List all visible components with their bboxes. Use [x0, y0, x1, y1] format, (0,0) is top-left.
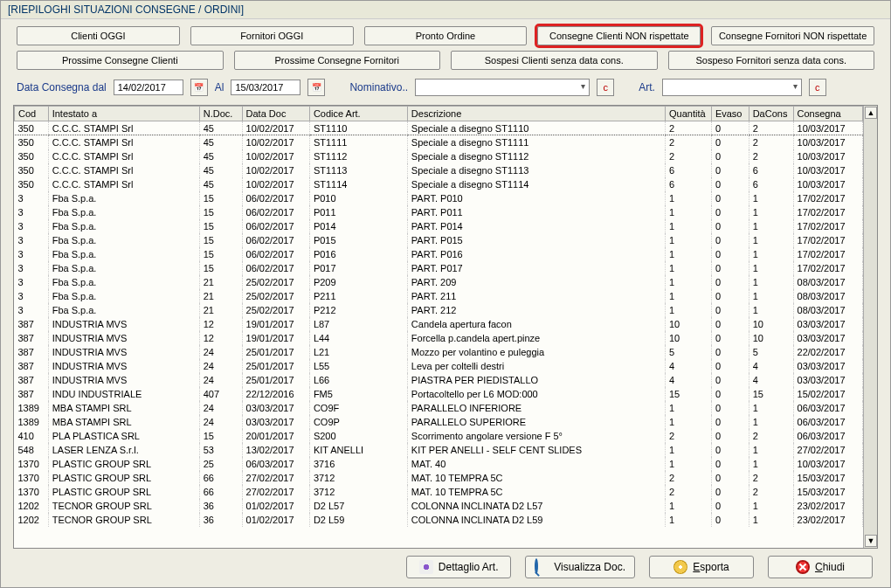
table-row[interactable]: 387INDUSTRIA MVS1219/01/2017L44Forcella … [15, 331, 863, 345]
cell-name: Fba S.p.a. [48, 205, 199, 219]
cell-name: C.C.C. STAMPI Srl [48, 149, 199, 163]
cell-name: C.C.C. STAMPI Srl [48, 135, 199, 149]
cell-name: Fba S.p.a. [48, 247, 199, 261]
table-row[interactable]: 1389MBA STAMPI SRL2403/03/2017CO9PPARALL… [15, 415, 863, 429]
cell-cart: CO9P [309, 415, 407, 429]
col-evaso[interactable]: Evaso [711, 107, 749, 121]
col-dacons[interactable]: DaCons [749, 107, 793, 121]
col-quantita[interactable]: Quantità [665, 107, 711, 121]
cell-qta: 2 [665, 149, 711, 163]
col-codart[interactable]: Codice Art. [309, 107, 407, 121]
tab-sospesi-clienti[interactable]: Sospesi Clienti senza data cons. [451, 51, 658, 70]
table-row[interactable]: 350C.C.C. STAMPI Srl4510/02/2017ST1112Sp… [15, 149, 863, 163]
col-datadoc[interactable]: Data Doc [242, 107, 309, 121]
table-row[interactable]: 1370PLASTIC GROUP SRL6627/02/20173712MAT… [15, 471, 863, 485]
cell-dc: 6 [749, 177, 793, 191]
chiudi-button[interactable]: ChiudiChiudi [768, 556, 873, 578]
cell-desc: MAT. 40 [407, 457, 665, 471]
cell-cons: 10/03/2017 [793, 121, 862, 135]
col-intestato[interactable]: Intestato a [48, 107, 199, 121]
table-row[interactable]: 1370PLASTIC GROUP SRL2506/03/20173716MAT… [15, 457, 863, 471]
cell-cons: 17/02/2017 [793, 219, 862, 233]
table-row[interactable]: 3Fba S.p.a.1506/02/2017P016PART. P016101… [15, 247, 863, 261]
table-row[interactable]: 3Fba S.p.a.1506/02/2017P015PART. P015101… [15, 233, 863, 247]
col-descr[interactable]: Descrizione [407, 107, 665, 121]
tab-consegne-fornitori-non[interactable]: Consegne Fornitori NON rispettate [711, 26, 874, 45]
table-row[interactable]: 350C.C.C. STAMPI Srl4510/02/2017ST1114Sp… [15, 177, 863, 191]
dettaglio-art-button[interactable]: Dettaglio Art. [406, 556, 511, 578]
tab-fornitori-oggi[interactable]: Fornitori OGGI [190, 26, 354, 45]
table-row[interactable]: 1202TECNOR GROUP SRL3601/02/2017D2 L57CO… [15, 499, 863, 513]
label-art: Art. [639, 81, 655, 93]
tab-sospeso-fornitori[interactable]: Sospeso Fornitori senza data cons. [668, 51, 875, 70]
table-row[interactable]: 387INDUSTRIA MVS1219/01/2017L87Candela a… [15, 317, 863, 331]
chiudi-label: ChiudiChiudi [815, 561, 845, 573]
cell-cons: 08/03/2017 [793, 289, 862, 303]
vertical-scrollbar[interactable]: ▲ ▼ [863, 106, 877, 548]
date-to-input[interactable] [231, 80, 300, 95]
table-row[interactable]: 350C.C.C. STAMPI Srl4510/02/2017ST1110Sp… [15, 121, 863, 135]
table-row[interactable]: 1370PLASTIC GROUP SRL6627/02/20173712MAT… [15, 485, 863, 499]
cell-ev: 0 [711, 415, 749, 429]
cell-ev: 0 [711, 471, 749, 485]
table-row[interactable]: 3Fba S.p.a.1506/02/2017P014PART. P014101… [15, 219, 863, 233]
table-row[interactable]: 410PLA PLASTICA SRL1520/01/2017S200Scorr… [15, 429, 863, 443]
table-row[interactable]: 3Fba S.p.a.2125/02/2017P211PART. 2111010… [15, 289, 863, 303]
cell-ddoc: 19/01/2017 [242, 317, 309, 331]
tab-pronto-ordine[interactable]: Pronto Ordine [364, 26, 528, 45]
cell-name: PLASTIC GROUP SRL [48, 457, 199, 471]
cell-ndoc: 24 [199, 373, 242, 387]
calendar-from-button[interactable]: 📅 [190, 79, 208, 96]
esporta-button[interactable]: EEsportasporta [649, 556, 754, 578]
table-row[interactable]: 350C.C.C. STAMPI Srl4510/02/2017ST1111Sp… [15, 135, 863, 149]
table-row[interactable]: 548LASER LENZA S.r.l.5313/02/2017KIT ANE… [15, 443, 863, 457]
table-row[interactable]: 387INDUSTRIA MVS2425/01/2017L55Leva per … [15, 359, 863, 373]
cell-cons: 17/02/2017 [793, 247, 862, 261]
col-consegna[interactable]: Consegna [793, 107, 862, 121]
cell-cart: P212 [309, 303, 407, 317]
table-row[interactable]: 3Fba S.p.a.2125/02/2017P212PART. 2121010… [15, 303, 863, 317]
art-combo[interactable] [662, 79, 802, 96]
scroll-down-icon[interactable]: ▼ [865, 535, 877, 547]
cell-cod: 548 [15, 443, 49, 457]
tab-prossime-clienti[interactable]: Prossime Consegne Clienti [17, 51, 224, 70]
table-row[interactable]: 3Fba S.p.a.2125/02/2017P209PART. 2091010… [15, 275, 863, 289]
table-row[interactable]: 350C.C.C. STAMPI Srl4510/02/2017ST1113Sp… [15, 163, 863, 177]
cell-ev: 0 [711, 247, 749, 261]
cell-cons: 03/03/2017 [793, 359, 862, 373]
cell-name: MBA STAMPI SRL [48, 401, 199, 415]
tab-consegne-clienti-non[interactable]: Consegne Clienti NON rispettate [537, 26, 701, 45]
table-row[interactable]: 1389MBA STAMPI SRL2403/03/2017CO9FPARALL… [15, 401, 863, 415]
tab-prossime-fornitori[interactable]: Prossime Consegne Fornitori [234, 51, 441, 70]
cell-desc: Speciale a disegno ST1110 [407, 121, 665, 135]
cell-cons: 06/03/2017 [793, 415, 862, 429]
cell-dc: 1 [749, 261, 793, 275]
cell-cons: 17/02/2017 [793, 191, 862, 205]
bottom-toolbar: Dettaglio Art. Visualizza Doc. EEsportas… [1, 549, 890, 587]
scroll-up-icon[interactable]: ▲ [865, 107, 877, 119]
cell-cod: 1389 [15, 415, 49, 429]
filter-row: Data Consegna dal 📅 Al 📅 Nominativo.. c … [1, 70, 890, 101]
cell-name: Fba S.p.a. [48, 289, 199, 303]
cell-cart: CO9F [309, 401, 407, 415]
visualizza-doc-button[interactable]: Visualizza Doc. [525, 556, 635, 578]
table-row[interactable]: 3Fba S.p.a.1506/02/2017P017PART. P017101… [15, 261, 863, 275]
nominativo-combo[interactable] [415, 79, 590, 96]
cell-dc: 2 [749, 485, 793, 499]
table-row[interactable]: 3Fba S.p.a.1506/02/2017P011PART. P011101… [15, 205, 863, 219]
table-row[interactable]: 387INDUSTRIA MVS2425/01/2017L21Mozzo per… [15, 345, 863, 359]
table-row[interactable]: 3Fba S.p.a.1506/02/2017P010PART. P010101… [15, 191, 863, 205]
clear-nominativo-button[interactable]: c [597, 79, 614, 96]
date-from-input[interactable] [114, 80, 183, 95]
calendar-to-button[interactable]: 📅 [307, 79, 325, 96]
col-ndoc[interactable]: N.Doc. [199, 107, 242, 121]
table-row[interactable]: 1202TECNOR GROUP SRL3601/02/2017D2 L59CO… [15, 513, 863, 527]
table-row[interactable]: 387INDUSTRIA MVS2425/01/2017L66PIASTRA P… [15, 373, 863, 387]
tab-clienti-oggi[interactable]: Clienti OGGI [17, 26, 180, 45]
table-row[interactable]: 387INDU INDUSTRIALE40722/12/2016FM5Porta… [15, 387, 863, 401]
cell-ddoc: 10/02/2017 [242, 177, 309, 191]
visualizza-label: Visualizza Doc. [554, 561, 625, 573]
clear-art-button[interactable]: c [809, 79, 826, 96]
col-cod[interactable]: Cod [15, 107, 49, 121]
cell-name: C.C.C. STAMPI Srl [48, 177, 199, 191]
